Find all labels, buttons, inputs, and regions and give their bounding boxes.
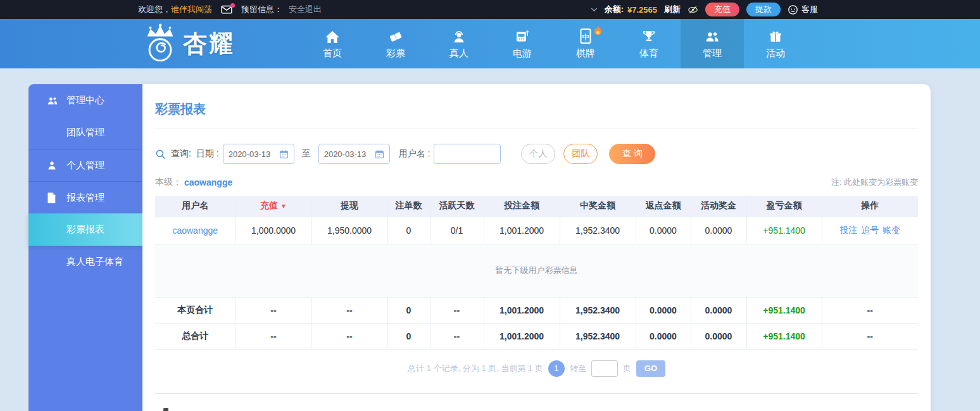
lottery-ticket-icon xyxy=(387,28,404,44)
balance-value: ¥7.2565 xyxy=(627,5,657,15)
query-button[interactable]: 查 询 xyxy=(609,144,655,164)
account-change-note: 注: 此处账变为彩票账变 xyxy=(831,177,918,188)
calendar-icon xyxy=(375,149,384,159)
empty-row: 暂无下级用户彩票信息 xyxy=(155,244,918,297)
date-label: 日期 : xyxy=(196,148,219,160)
document-icon xyxy=(46,192,59,204)
goto-page-input[interactable] xyxy=(591,360,618,377)
row-bonus: 0.0000 xyxy=(691,217,746,244)
date-to-input[interactable] xyxy=(324,149,372,159)
nav-item-lottery[interactable]: 彩票 xyxy=(364,19,427,68)
level-row: 本级： caowangge 注: 此处账变为彩票账变 xyxy=(155,177,918,188)
nav-item-board-games[interactable]: 中 棋牌 xyxy=(554,19,617,68)
level-username[interactable]: caowangge xyxy=(184,177,232,187)
eye-slash-icon[interactable] xyxy=(688,5,698,15)
people-icon xyxy=(46,95,59,106)
page-summary-label: 本页合计 xyxy=(155,297,236,323)
search-icon xyxy=(155,149,166,160)
chevron-down-icon[interactable] xyxy=(591,8,598,12)
sidebar-item-report-manage[interactable]: 报表管理 xyxy=(28,181,142,213)
sidebar-label: 团队管理 xyxy=(66,127,104,139)
search-form: 查询: 日期 : 至 用户名 : 个人 团队 查 询 xyxy=(155,144,918,164)
sum-cell: 0.0000 xyxy=(636,323,691,349)
sum-cell: -- xyxy=(311,297,387,323)
logout-link[interactable]: 安全退出 xyxy=(289,4,322,15)
title-divider xyxy=(155,129,918,129)
current-username[interactable]: 谁伴我闯荡 xyxy=(171,4,212,15)
table-row: caowangge 1,000.0000 1,950.0000 0 0/1 1,… xyxy=(155,217,918,244)
page-1-button[interactable]: 1 xyxy=(548,360,565,377)
go-button[interactable]: GO xyxy=(636,360,665,377)
col-active-days: 活跃天数 xyxy=(430,196,484,217)
col-recharge-sortable[interactable]: 充值 ▼ xyxy=(236,196,311,217)
sum-cell: -- xyxy=(822,297,918,323)
sidebar: 管理中心 团队管理 个人管理 报表管理 彩票报表 真人电子体育 xyxy=(28,84,142,411)
pagination: 总计 1 个记录, 分为 1 页, 当前第 1 页 1 转至 页 GO xyxy=(155,360,918,377)
date-from-input[interactable] xyxy=(229,149,277,159)
home-icon xyxy=(325,28,340,44)
mail-icon[interactable] xyxy=(221,5,232,14)
col-withdraw: 提现 xyxy=(311,196,387,217)
withdraw-button[interactable]: 提款 xyxy=(746,3,781,16)
sidebar-label: 彩票报表 xyxy=(66,224,104,236)
nav-label: 真人 xyxy=(449,47,468,60)
personal-filter-button[interactable]: 个人 xyxy=(521,144,555,164)
team-filter-button[interactable]: 团队 xyxy=(563,144,598,164)
nav-label: 首页 xyxy=(323,47,342,60)
grand-summary-label: 总合计 xyxy=(155,323,236,349)
nav-item-sports[interactable]: 体育 xyxy=(617,19,681,68)
nav-label: 体育 xyxy=(639,47,658,60)
customer-service-icon xyxy=(788,4,798,15)
row-recharge: 1,000.0000 xyxy=(236,217,311,244)
customer-service-link[interactable]: 客服 xyxy=(788,4,818,15)
sidebar-item-lottery-report[interactable]: 彩票报表 xyxy=(28,213,142,246)
col-bet-count: 注单数 xyxy=(387,196,430,217)
action-chase-link[interactable]: 追号 xyxy=(861,225,879,235)
action-bet-link[interactable]: 投注 xyxy=(839,225,857,235)
nav-item-egames[interactable]: 电游 xyxy=(491,19,554,68)
sum-cell: -- xyxy=(822,323,918,349)
svg-text:中: 中 xyxy=(582,33,589,41)
col-activity-bonus: 活动奖金 xyxy=(691,196,746,217)
sidebar-item-manage-center[interactable]: 管理中心 xyxy=(28,84,142,117)
content-card: 彩票报表 查询: 日期 : 至 用户名 : 个人 团队 查 询 xyxy=(142,84,931,411)
username-input[interactable] xyxy=(434,144,501,164)
sidebar-label: 个人管理 xyxy=(66,160,104,172)
gift-icon xyxy=(768,28,783,44)
next-section-peek xyxy=(163,408,168,411)
grand-summary-row: 总合计 -- -- 0 -- 1,001.2000 1,952.3400 0.0… xyxy=(155,323,918,349)
nav-label: 彩票 xyxy=(386,47,405,60)
balance-label: 余额: xyxy=(605,4,624,15)
empty-message: 暂无下级用户彩票信息 xyxy=(155,244,918,297)
sidebar-item-team-manage[interactable]: 团队管理 xyxy=(28,117,142,149)
person-icon xyxy=(46,160,59,171)
action-account-change-link[interactable]: 账变 xyxy=(883,225,900,235)
nav-item-live[interactable]: 真人 xyxy=(427,19,491,68)
brand-logo[interactable]: 杏耀 xyxy=(141,23,235,64)
recharge-button[interactable]: 充值 xyxy=(705,3,739,16)
date-from-field[interactable] xyxy=(223,144,294,164)
sidebar-item-personal-manage[interactable]: 个人管理 xyxy=(28,149,142,181)
hot-flame-icon xyxy=(593,25,603,38)
row-username-link[interactable]: caowangge xyxy=(172,225,218,236)
sort-desc-icon: ▼ xyxy=(280,203,287,210)
col-win-amount: 中奖金额 xyxy=(560,196,636,217)
sum-cell: 1,001.2000 xyxy=(484,323,560,349)
col-profit-loss: 盈亏金额 xyxy=(746,196,822,217)
nav-item-home[interactable]: 首页 xyxy=(301,19,364,68)
page-title: 彩票报表 xyxy=(155,84,918,118)
nav-item-manage[interactable]: 管理 xyxy=(681,19,744,68)
calendar-icon xyxy=(279,149,289,159)
trophy-icon xyxy=(641,28,656,44)
nav-item-activity[interactable]: 活动 xyxy=(744,19,807,68)
refresh-button[interactable]: 刷新 xyxy=(664,4,681,15)
date-to-field[interactable] xyxy=(318,144,390,164)
col-label: 充值 xyxy=(260,200,278,210)
sum-cell: 0.0000 xyxy=(691,323,746,349)
page-summary-row: 本页合计 -- -- 0 -- 1,001.2000 1,952.3400 0.… xyxy=(155,297,918,323)
username-label: 用户名 : xyxy=(399,148,430,160)
sidebar-item-live-esports[interactable]: 真人电子体育 xyxy=(28,246,142,278)
sum-profit-cell: +951.1400 xyxy=(746,323,822,349)
nav-label: 管理 xyxy=(703,47,722,60)
row-withdraw: 1,950.0000 xyxy=(311,217,387,244)
